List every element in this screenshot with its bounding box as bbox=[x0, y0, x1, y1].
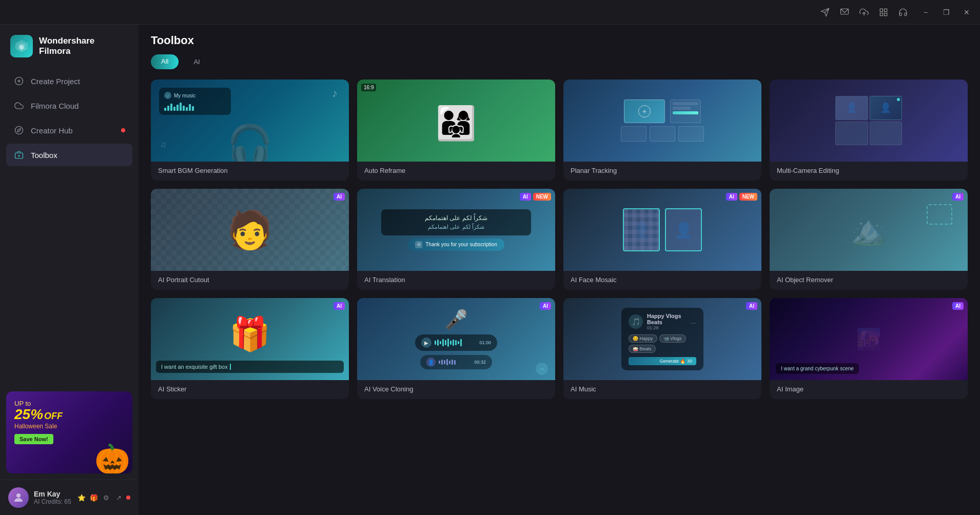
grid-icon[interactable] bbox=[878, 7, 889, 17]
tool-thumb-mosaic: AI NEW 👤 👤 bbox=[563, 189, 761, 271]
title-bar: − ❐ ✕ bbox=[0, 0, 980, 25]
tool-thumb-planar: + bbox=[563, 80, 761, 162]
restore-button[interactable]: ❐ bbox=[939, 5, 953, 19]
svg-rect-4 bbox=[880, 9, 883, 11]
user-area: Em Kay AI Credits: 65 ⭐ 🎁 ⚙ ↗ bbox=[0, 480, 139, 515]
svg-rect-7 bbox=[885, 13, 887, 15]
tool-thumb-music: AI 🎵 Happy Vlogs Beats 01:28 … bbox=[563, 298, 761, 380]
ai-badge: AI NEW bbox=[520, 193, 551, 201]
user-notification-dot bbox=[126, 496, 130, 500]
tool-card-ai-translation[interactable]: AI NEW شكراً لكم على اهتمامكم شكراً لكم … bbox=[357, 189, 555, 290]
settings-icon[interactable]: ⚙ bbox=[102, 493, 111, 502]
tool-label: AI Face Mosaic bbox=[563, 271, 761, 290]
window-controls: − ❐ ✕ bbox=[918, 5, 974, 19]
tool-card-planar-tracking[interactable]: + bbox=[563, 80, 761, 181]
upload-icon[interactable] bbox=[859, 7, 869, 17]
title-bar-icons bbox=[820, 7, 908, 17]
app-body: Wondershare Filmora Create Project bbox=[0, 25, 980, 515]
tool-card-ai-music[interactable]: AI 🎵 Happy Vlogs Beats 01:28 … bbox=[563, 298, 761, 399]
generate-button[interactable]: Generate 🔥 30 bbox=[629, 357, 696, 365]
sticker-prompt: I want an exquisite gift box bbox=[156, 361, 344, 373]
close-button[interactable]: ✕ bbox=[959, 5, 974, 19]
ai-badge: AI bbox=[334, 302, 345, 310]
ai-badge: AI bbox=[540, 302, 551, 310]
tool-label: Planar Tracking bbox=[563, 162, 761, 181]
tool-label: AI Sticker bbox=[151, 380, 349, 399]
filter-tabs: All AI bbox=[151, 54, 968, 69]
promo-banner[interactable]: UP to 25%OFF Halloween Sale Save Now! 🎃 bbox=[6, 391, 132, 473]
tool-label: AI Translation bbox=[357, 271, 555, 290]
sidebar-item-create-project[interactable]: Create Project bbox=[6, 70, 132, 92]
toolbox-grid: 🎧 ♪ My music bbox=[139, 77, 980, 515]
svg-marker-15 bbox=[17, 129, 21, 132]
sidebar-item-label: Filmora Cloud bbox=[31, 102, 79, 110]
promo-halloween-text: Halloween Sale bbox=[14, 423, 63, 430]
svg-point-19 bbox=[16, 493, 21, 498]
avatar bbox=[8, 487, 29, 508]
tool-thumb-objremover: AI 🏔️ bbox=[770, 189, 968, 271]
sidebar-item-toolbox[interactable]: Toolbox bbox=[6, 144, 132, 166]
ai-badge: AI bbox=[334, 193, 345, 201]
tool-label: AI Portrait Cutout bbox=[151, 271, 349, 290]
filter-tab-ai[interactable]: AI bbox=[183, 54, 210, 69]
tool-thumb-aiimage: AI 🌆 I want a grand cyberpunk scene bbox=[770, 298, 968, 380]
send-icon[interactable] bbox=[820, 7, 830, 17]
compass-icon bbox=[13, 125, 25, 136]
tool-label: AI Image bbox=[770, 380, 968, 399]
tool-card-ai-voice-cloning[interactable]: AI 🎤 ▶ bbox=[357, 298, 555, 399]
tool-card-smart-bgm[interactable]: 🎧 ♪ My music bbox=[151, 80, 349, 181]
tool-thumb-sticker: AI 🎁 I want an exquisite gift box bbox=[151, 298, 349, 380]
ai-badge: AI bbox=[746, 302, 757, 310]
sidebar-item-creator-hub[interactable]: Creator Hub bbox=[6, 119, 132, 142]
tool-card-ai-portrait[interactable]: AI 🧑 AI Portrait Cutout bbox=[151, 189, 349, 290]
tool-label: AI Voice Cloning bbox=[357, 380, 555, 399]
tool-card-ai-object-remover[interactable]: AI 🏔️ AI Object Remover bbox=[770, 189, 968, 290]
toolbox-icon bbox=[13, 149, 25, 161]
gift-icon[interactable]: 🎁 bbox=[89, 493, 99, 502]
tool-thumb-reframe: 16:9 👨‍👩‍👧 bbox=[357, 80, 555, 162]
tool-card-auto-reframe[interactable]: 16:9 👨‍👩‍👧 Auto Reframe bbox=[357, 80, 555, 181]
app-name: Wondershare Filmora bbox=[39, 36, 94, 57]
tool-card-multi-camera[interactable]: 👤 👤 Multi-Camera Editing bbox=[770, 80, 968, 181]
tool-thumb-translation: AI NEW شكراً لكم على اهتمامكم شكراً لكم … bbox=[357, 189, 555, 271]
star-icon[interactable]: ⭐ bbox=[77, 493, 86, 502]
tool-label: AI Music bbox=[563, 380, 761, 399]
tool-card-ai-sticker[interactable]: AI 🎁 I want an exquisite gift box AI Sti… bbox=[151, 298, 349, 399]
sidebar: Wondershare Filmora Create Project bbox=[0, 25, 139, 515]
sidebar-item-label: Toolbox bbox=[31, 151, 57, 160]
filter-tab-all[interactable]: All bbox=[151, 54, 179, 69]
user-name: Em Kay bbox=[34, 490, 72, 498]
message-icon[interactable] bbox=[839, 7, 850, 17]
ai-image-prompt: I want a grand cyberpunk scene bbox=[776, 363, 859, 374]
music-title: Happy Vlogs Beats bbox=[647, 313, 686, 325]
sidebar-item-label: Create Project bbox=[31, 77, 80, 86]
tool-card-ai-image[interactable]: AI 🌆 I want a grand cyberpunk scene AI I… bbox=[770, 298, 968, 399]
logo-area: Wondershare Filmora bbox=[0, 25, 139, 70]
user-info: Em Kay AI Credits: 65 bbox=[34, 490, 72, 505]
promo-save-button[interactable]: Save Now! bbox=[14, 434, 53, 444]
tool-card-ai-face-mosaic[interactable]: AI NEW 👤 👤 AI Face Mosaic bbox=[563, 189, 761, 290]
tool-thumb-multicam: 👤 👤 bbox=[770, 80, 968, 162]
aspect-badge: 16:9 bbox=[361, 84, 376, 91]
cloud-icon bbox=[13, 100, 25, 111]
user-actions: ⭐ 🎁 ⚙ ↗ bbox=[77, 493, 130, 502]
tool-label: Auto Reframe bbox=[357, 162, 555, 181]
plus-circle-icon bbox=[13, 75, 25, 87]
sidebar-nav: Create Project Filmora Cloud Creato bbox=[0, 70, 139, 385]
tool-thumb-portrait: AI 🧑 bbox=[151, 189, 349, 271]
sidebar-item-filmora-cloud[interactable]: Filmora Cloud bbox=[6, 94, 132, 117]
promo-content: UP to 25%OFF Halloween Sale Save Now! bbox=[14, 400, 63, 444]
main-content: Toolbox All AI 🎧 ♪ My music bbox=[139, 25, 980, 515]
pumpkin-icon: 🎃 bbox=[94, 445, 130, 473]
ai-badge: AI bbox=[952, 193, 964, 201]
headset-icon[interactable] bbox=[898, 7, 908, 17]
music-time: 01:28 bbox=[647, 325, 686, 330]
minimize-button[interactable]: − bbox=[918, 5, 933, 19]
page-title: Toolbox bbox=[151, 34, 968, 47]
share-icon[interactable]: ↗ bbox=[114, 493, 123, 502]
promo-percent: 25%OFF bbox=[14, 407, 63, 422]
app-logo-icon bbox=[10, 35, 33, 57]
tool-label: Multi-Camera Editing bbox=[770, 162, 968, 181]
ai-badge: AI NEW bbox=[726, 193, 757, 201]
ai-badge: AI bbox=[952, 302, 964, 310]
